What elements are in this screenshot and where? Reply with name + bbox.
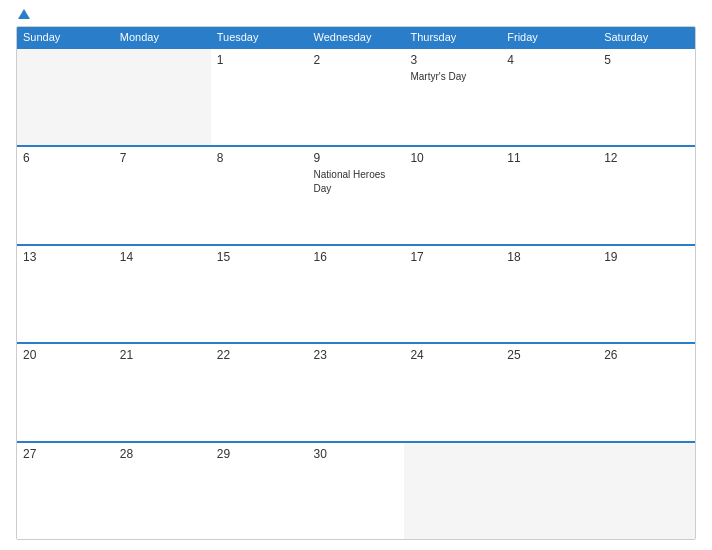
day-cell — [598, 443, 695, 539]
day-number: 18 — [507, 250, 592, 264]
day-number: 10 — [410, 151, 495, 165]
day-cell: 28 — [114, 443, 211, 539]
day-cell: 11 — [501, 147, 598, 243]
day-number: 23 — [314, 348, 399, 362]
day-number: 9 — [314, 151, 399, 165]
day-number: 19 — [604, 250, 689, 264]
day-cell: 1 — [211, 49, 308, 145]
day-number: 4 — [507, 53, 592, 67]
day-cell: 7 — [114, 147, 211, 243]
weeks-container: 123Martyr's Day456789National Heroes Day… — [17, 47, 695, 539]
day-number: 3 — [410, 53, 495, 67]
day-cell: 22 — [211, 344, 308, 440]
day-headers-row: SundayMondayTuesdayWednesdayThursdayFrid… — [17, 27, 695, 47]
day-cell: 6 — [17, 147, 114, 243]
day-cell: 20 — [17, 344, 114, 440]
day-cell: 18 — [501, 246, 598, 342]
day-number: 24 — [410, 348, 495, 362]
day-number: 26 — [604, 348, 689, 362]
logo-triangle-icon — [18, 9, 30, 19]
day-number: 21 — [120, 348, 205, 362]
day-cell: 27 — [17, 443, 114, 539]
week-row-2: 6789National Heroes Day101112 — [17, 145, 695, 243]
calendar-page: SundayMondayTuesdayWednesdayThursdayFrid… — [0, 0, 712, 550]
day-cell: 10 — [404, 147, 501, 243]
day-header-tuesday: Tuesday — [211, 27, 308, 47]
day-number: 15 — [217, 250, 302, 264]
day-cell: 15 — [211, 246, 308, 342]
day-cell: 24 — [404, 344, 501, 440]
day-cell — [114, 49, 211, 145]
day-number: 1 — [217, 53, 302, 67]
day-cell: 3Martyr's Day — [404, 49, 501, 145]
day-number: 6 — [23, 151, 108, 165]
day-cell: 13 — [17, 246, 114, 342]
day-number: 27 — [23, 447, 108, 461]
day-number: 7 — [120, 151, 205, 165]
day-cell: 29 — [211, 443, 308, 539]
day-header-friday: Friday — [501, 27, 598, 47]
day-header-sunday: Sunday — [17, 27, 114, 47]
day-event: National Heroes Day — [314, 169, 386, 194]
week-row-1: 123Martyr's Day45 — [17, 47, 695, 145]
week-row-5: 27282930 — [17, 441, 695, 539]
day-number: 28 — [120, 447, 205, 461]
day-cell: 23 — [308, 344, 405, 440]
day-number: 13 — [23, 250, 108, 264]
day-cell: 30 — [308, 443, 405, 539]
week-row-3: 13141516171819 — [17, 244, 695, 342]
day-cell: 17 — [404, 246, 501, 342]
day-cell — [17, 49, 114, 145]
day-header-monday: Monday — [114, 27, 211, 47]
day-number: 8 — [217, 151, 302, 165]
day-number: 11 — [507, 151, 592, 165]
day-cell: 12 — [598, 147, 695, 243]
day-number: 16 — [314, 250, 399, 264]
day-cell: 21 — [114, 344, 211, 440]
day-cell: 25 — [501, 344, 598, 440]
day-cell: 26 — [598, 344, 695, 440]
day-number: 29 — [217, 447, 302, 461]
logo — [16, 10, 30, 20]
day-cell: 8 — [211, 147, 308, 243]
day-cell: 4 — [501, 49, 598, 145]
day-cell: 5 — [598, 49, 695, 145]
week-row-4: 20212223242526 — [17, 342, 695, 440]
day-number: 25 — [507, 348, 592, 362]
day-cell — [501, 443, 598, 539]
day-header-saturday: Saturday — [598, 27, 695, 47]
day-cell: 19 — [598, 246, 695, 342]
day-cell: 16 — [308, 246, 405, 342]
day-number: 12 — [604, 151, 689, 165]
day-cell: 14 — [114, 246, 211, 342]
day-header-wednesday: Wednesday — [308, 27, 405, 47]
day-number: 20 — [23, 348, 108, 362]
day-cell: 2 — [308, 49, 405, 145]
day-header-thursday: Thursday — [404, 27, 501, 47]
day-event: Martyr's Day — [410, 71, 466, 82]
day-number: 17 — [410, 250, 495, 264]
day-number: 14 — [120, 250, 205, 264]
day-number: 5 — [604, 53, 689, 67]
calendar-grid: SundayMondayTuesdayWednesdayThursdayFrid… — [16, 26, 696, 540]
day-number: 2 — [314, 53, 399, 67]
day-number: 30 — [314, 447, 399, 461]
day-cell — [404, 443, 501, 539]
day-number: 22 — [217, 348, 302, 362]
header — [16, 10, 696, 20]
day-cell: 9National Heroes Day — [308, 147, 405, 243]
